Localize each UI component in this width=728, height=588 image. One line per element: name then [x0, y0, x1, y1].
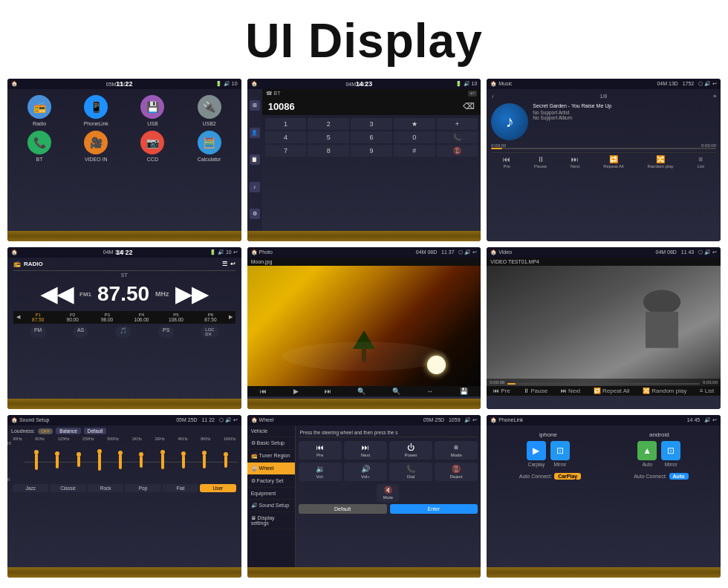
eq-bar-9[interactable] — [194, 441, 215, 482]
freq-right-arrow[interactable]: ▶▶ — [175, 282, 208, 307]
preset-3[interactable]: P398.00 — [91, 313, 123, 322]
ctrl-random[interactable]: 🔀Random play — [647, 155, 673, 169]
settings-equipment[interactable]: Equipment — [247, 488, 295, 500]
ctrl-repeat[interactable]: 🔁Repeat All — [603, 155, 623, 169]
settings-display[interactable]: 🖥 Display settings — [247, 512, 295, 529]
btn-fm[interactable]: FM — [30, 326, 46, 338]
photo-rotate[interactable]: ↔ — [426, 388, 433, 395]
settings-factory[interactable]: ⚙ Factory Set — [247, 475, 295, 488]
ctrl-pre[interactable]: ⏮Pre — [503, 155, 510, 169]
settings-tuner[interactable]: 📻 Tuner Region — [247, 450, 295, 463]
settings-wheel[interactable]: 🎡 Wheel — [247, 463, 295, 475]
preset-left-arrow[interactable]: ◀ — [16, 314, 20, 320]
photo-prev[interactable]: ⏮ — [260, 388, 267, 395]
key-9[interactable]: 9 — [351, 145, 392, 157]
settings-vehicle[interactable]: Vehicle — [247, 425, 295, 437]
sidebar-person-icon[interactable]: 👤 — [250, 128, 260, 138]
video-pause[interactable]: ⏸ Pause — [523, 388, 547, 394]
key-end[interactable]: 📵 — [437, 145, 478, 157]
preset-5[interactable]: P5108.00 — [160, 313, 192, 322]
key-star[interactable]: ★ — [394, 118, 435, 130]
wheel-pre-btn[interactable]: ⏮ Pre — [299, 441, 342, 460]
key-call[interactable]: 📞 — [437, 131, 478, 143]
eq-bar-5[interactable] — [110, 441, 131, 482]
app-usb2[interactable]: 🔌 USB2 — [183, 95, 235, 126]
key-plus[interactable]: + — [437, 118, 478, 130]
wheel-reject-btn[interactable]: 📵 Reject — [435, 463, 478, 481]
preset-1[interactable]: P187.50 — [22, 313, 54, 322]
preset-classic[interactable]: Classic — [50, 484, 85, 492]
eq-bar-1[interactable] — [26, 441, 47, 482]
default-btn[interactable]: Default — [84, 428, 107, 434]
wheel-voldown-btn[interactable]: 🔉 Vol- — [299, 463, 342, 481]
app-video-in[interactable]: 🎥 VIDEO IN — [70, 131, 122, 162]
eq-bar-3[interactable] — [68, 441, 89, 482]
ctrl-list[interactable]: ≡List — [698, 155, 704, 169]
autoconnect-iphone-value[interactable]: CarPlay — [554, 473, 581, 480]
auto-icon-wrap[interactable]: ▲ Auto — [637, 441, 657, 467]
backspace-btn[interactable]: ⌫ — [463, 102, 475, 111]
back-btn[interactable]: ↩ — [468, 91, 477, 97]
settings-basic[interactable]: ⚙ Basic Setup — [247, 437, 295, 450]
preset-6[interactable]: P687.50 — [194, 313, 227, 322]
ctrl-pause[interactable]: ⏸Pause — [534, 155, 547, 169]
iphone-mirror-wrap[interactable]: ⊡ Mirror — [550, 441, 570, 467]
eq-bar-7[interactable] — [152, 441, 173, 482]
key-3[interactable]: 3 — [351, 118, 392, 130]
app-usb[interactable]: 💾 USB — [126, 95, 178, 126]
key-5[interactable]: 5 — [308, 131, 349, 143]
wheel-mute-btn[interactable]: 🔇 Mute — [377, 484, 399, 502]
video-pre[interactable]: ⏮ Pre — [493, 388, 510, 394]
video-repeat[interactable]: 🔁 Repeat All — [594, 388, 630, 394]
wheel-default-btn[interactable]: Default — [299, 504, 387, 514]
key-1[interactable]: 1 — [265, 118, 307, 130]
btn-ps[interactable]: PS — [158, 326, 174, 338]
wheel-next-btn[interactable]: ⏭ Next — [344, 441, 387, 460]
wheel-volup-btn[interactable]: 🔊 Vol+ — [344, 463, 387, 481]
music-list-icon[interactable]: ≡ — [713, 94, 716, 99]
balance-btn[interactable]: Balance — [56, 428, 81, 434]
wheel-dial-btn[interactable]: 📞 Dial — [389, 463, 432, 481]
loudness-toggle[interactable]: OFF — [38, 428, 53, 434]
radio-menu-icon[interactable]: ☰ — [222, 261, 227, 267]
eq-bar-10[interactable] — [215, 441, 235, 482]
key-4[interactable]: 4 — [265, 131, 307, 143]
sidebar-grid-icon[interactable]: ⊞ — [250, 100, 260, 111]
preset-rock[interactable]: Rock — [88, 484, 123, 492]
sidebar-music-icon[interactable]: ♪ — [250, 182, 260, 192]
eq-bar-4[interactable] — [89, 441, 110, 482]
photo-save[interactable]: 💾 — [460, 388, 468, 395]
app-radio[interactable]: 📻 Radio — [13, 95, 65, 126]
btn-music[interactable]: 🎵 — [115, 326, 131, 338]
autoconnect-android-value[interactable]: Auto — [669, 473, 689, 480]
wheel-enter-btn[interactable]: Enter — [390, 504, 478, 514]
photo-zoom-out[interactable]: 🔍 — [392, 388, 400, 395]
photo-play[interactable]: ▶ — [293, 388, 299, 395]
eq-bars[interactable] — [25, 441, 238, 482]
preset-jazz[interactable]: Jazz — [13, 484, 48, 492]
video-random[interactable]: 🔀 Random play — [643, 388, 686, 394]
key-2[interactable]: 2 — [308, 118, 349, 130]
preset-right-arrow[interactable]: ▶ — [229, 314, 233, 320]
android-mirror-wrap[interactable]: ⊡ Mirror — [661, 441, 680, 467]
radio-back-icon[interactable]: ↩ — [230, 261, 235, 267]
eq-bar-2[interactable] — [47, 441, 68, 482]
freq-left-arrow[interactable]: ◀◀ — [41, 282, 74, 307]
eq-bar-8[interactable] — [173, 441, 194, 482]
preset-pop[interactable]: Pop — [125, 484, 160, 492]
ctrl-next[interactable]: ⏭Next — [571, 155, 579, 169]
progress-track[interactable] — [491, 148, 716, 149]
photo-next[interactable]: ⏭ — [325, 388, 331, 395]
video-progress-track[interactable] — [507, 383, 700, 385]
btn-loc-dx[interactable]: LOCDX — [201, 326, 218, 338]
settings-sound[interactable]: 🔊 Sound Setup — [247, 500, 295, 512]
key-6[interactable]: 6 — [351, 131, 392, 143]
app-bt[interactable]: 📞 BT — [13, 131, 65, 162]
video-next[interactable]: ⏭ Next — [561, 388, 581, 394]
key-7[interactable]: 7 — [265, 145, 307, 157]
btn-as[interactable]: AS — [73, 326, 88, 338]
preset-flat[interactable]: Flat — [163, 484, 198, 492]
video-list[interactable]: ≡ List — [700, 388, 714, 394]
key-hash[interactable]: # — [394, 145, 435, 157]
key-8[interactable]: 8 — [308, 145, 349, 157]
